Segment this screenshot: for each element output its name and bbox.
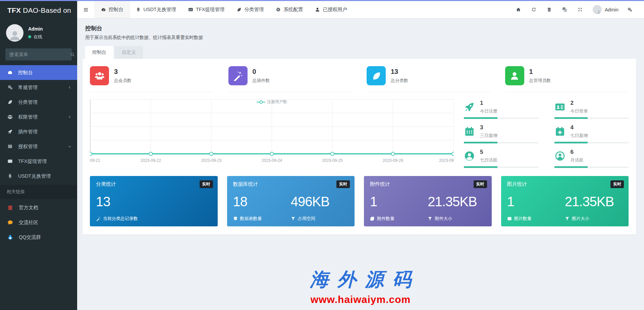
user-icon <box>505 66 524 85</box>
sidebar-user-panel: Admin 在线 <box>0 21 77 47</box>
navtab-tfx[interactable]: TFX提现管理 <box>182 1 230 18</box>
avatar <box>6 24 23 42</box>
sidebar-item-category[interactable]: 分类管理 <box>0 95 77 109</box>
mini-stat-month-active: 6月活跃 <box>554 149 629 168</box>
sidebar-item-tfx-withdraw[interactable]: TFX提现管理 <box>0 154 77 169</box>
calendar-icon <box>464 126 480 137</box>
stat-label: 总管理员数 <box>529 78 551 84</box>
avatar-icon <box>8 27 21 42</box>
user-icon <box>315 7 320 12</box>
navbar-tabs: 控制台 BUSDT兑换管理 TFX提现管理 分类管理 系统配置 已授权用户 <box>95 1 353 18</box>
navtab-authorized-users[interactable]: 已授权用户 <box>309 1 353 18</box>
chevron-left-icon <box>68 85 72 89</box>
sidebar-item-usdt-exchange[interactable]: B USDT兑换管理 <box>0 169 77 183</box>
stat-card-admins: 1 总管理员数 <box>505 66 629 92</box>
mini-stats-grid: 1今日注册 2今日登录 3三日新增 <box>464 99 629 168</box>
book-icon <box>7 205 15 211</box>
search-icon[interactable] <box>70 52 75 57</box>
svg-text:2023-09-23: 2023-09-23 <box>201 158 222 163</box>
sidebar-link-community[interactable]: 交流社区 <box>0 215 77 230</box>
bitcoin-icon: B <box>136 7 141 12</box>
card-database-stats: 数据库统计 实时 18496KB 数据表数量 占用空间 <box>227 176 355 226</box>
home-icon[interactable] <box>511 7 526 12</box>
gradient-cards-row: 分类统计 实时 13 当前分类总记录数 数据库统计 实时 18496KB 数据表… <box>90 176 629 226</box>
user-name: Admin <box>28 26 43 32</box>
sidebar-link-qq[interactable]: QQ交流群 <box>0 230 77 245</box>
watermark: 海外源码 www.haiwaiym.com <box>77 267 644 305</box>
sidebar-search <box>5 48 72 60</box>
content: 控制台 用于展示当前系统中的统计数据、统计报表及重要实时数据 控制台 自定义 3… <box>77 18 644 310</box>
online-dot-icon <box>28 35 31 38</box>
navtab-sysconfig[interactable]: 系统配置 <box>270 1 309 18</box>
navtab-usdt[interactable]: BUSDT兑换管理 <box>130 1 182 18</box>
tab-custom[interactable]: 自定义 <box>115 46 143 59</box>
sidebar-item-permission[interactable]: 权限管理 <box>0 109 77 124</box>
hamburger-icon[interactable] <box>77 1 95 18</box>
idcard-icon <box>188 7 193 12</box>
svg-text:2023-09-26: 2023-09-26 <box>383 158 404 163</box>
page-header: 控制台 用于展示当前系统中的统计数据、统计报表及重要实时数据 <box>83 23 636 41</box>
sidebar-item-plugin[interactable]: 插件管理 <box>0 124 77 139</box>
user-status: 在线 <box>28 34 43 40</box>
database-icon <box>233 216 238 221</box>
gear-icon <box>276 7 281 12</box>
sidebar-item-auth[interactable]: 授权管理 <box>0 139 77 154</box>
stat-value: 3 <box>114 68 131 76</box>
sidebar-section-links: 相关链接 <box>0 185 77 199</box>
sidebar-link-docs[interactable]: 官方文档 <box>0 200 77 215</box>
tab-dashboard[interactable]: 控制台 <box>85 46 113 59</box>
top-navbar: 控制台 BUSDT兑换管理 TFX提现管理 分类管理 系统配置 已授权用户 <box>77 1 644 18</box>
user-circle-icon <box>464 150 480 162</box>
bitcoin-icon: B <box>7 173 14 179</box>
wand-icon <box>228 66 248 85</box>
stat-label: 总插件数 <box>253 78 270 84</box>
stat-value: 0 <box>253 68 270 76</box>
sidebar-item-dashboard[interactable]: 控制台 <box>0 65 77 80</box>
sidebar-menu: 控制台 常规管理 分类管理 权限管理 插件管理 授权管 <box>0 65 77 183</box>
svg-text:2023-09: 2023-09 <box>439 158 454 163</box>
idcard-icon <box>554 101 571 113</box>
sidebar-item-general[interactable]: 常规管理 <box>0 80 77 95</box>
wand-icon <box>96 216 101 221</box>
chart-legend[interactable]: 注册用户数 <box>90 99 454 105</box>
mini-stat-7day-new: 4七日新增 <box>554 124 629 143</box>
translate-icon[interactable]: A <box>557 7 573 12</box>
main-area: 控制台 BUSDT兑换管理 TFX提现管理 分类管理 系统配置 已授权用户 <box>77 0 644 310</box>
navtab-dashboard[interactable]: 控制台 <box>95 1 130 18</box>
search-input[interactable] <box>9 52 70 57</box>
svg-text:2023-09-24: 2023-09-24 <box>262 158 282 163</box>
gears-icon <box>7 85 14 90</box>
leaf-icon <box>236 7 241 12</box>
watermark-url: www.haiwaiym.com <box>77 294 644 305</box>
stat-label: 总分类数 <box>391 78 408 84</box>
trash-icon[interactable] <box>542 7 557 12</box>
stat-card-plugins: 0 总插件数 <box>228 66 352 92</box>
loading-bar <box>0 0 644 1</box>
copy-icon <box>370 216 375 221</box>
refresh-icon[interactable] <box>526 7 542 12</box>
list-icon <box>7 144 14 149</box>
app-root: TFX DAO-Based on Admin 在线 控制台 常规管理 <box>0 0 644 310</box>
dashboard-panel: 3 总会员数 0 总插件数 13 <box>83 59 636 234</box>
navtab-category[interactable]: 分类管理 <box>230 1 270 18</box>
user-circle-o-icon <box>554 150 571 162</box>
svg-text:2023-09-22: 2023-09-22 <box>141 158 161 163</box>
settings-gears-icon[interactable] <box>622 7 637 12</box>
leaf-icon <box>7 99 14 105</box>
stat-value: 13 <box>391 68 408 76</box>
avatar <box>593 5 602 14</box>
mini-stat-7day-active: 5七日活跃 <box>464 149 538 168</box>
brand-bold: TFX <box>7 6 21 14</box>
mini-stat-today-register: 1今日注册 <box>464 100 538 119</box>
expand-icon[interactable] <box>573 7 588 12</box>
funnel-icon <box>428 216 432 221</box>
progress-bar <box>554 118 629 119</box>
users-icon <box>90 66 109 85</box>
brand-rest: DAO-Based on <box>23 6 71 14</box>
navbar-user-menu[interactable]: Admin <box>593 5 619 14</box>
progress-bar <box>554 142 629 143</box>
funnel-icon <box>565 216 570 221</box>
chevron-left-icon <box>68 115 72 119</box>
qq-icon <box>7 234 15 240</box>
brand-logo[interactable]: TFX DAO-Based on <box>0 0 77 21</box>
